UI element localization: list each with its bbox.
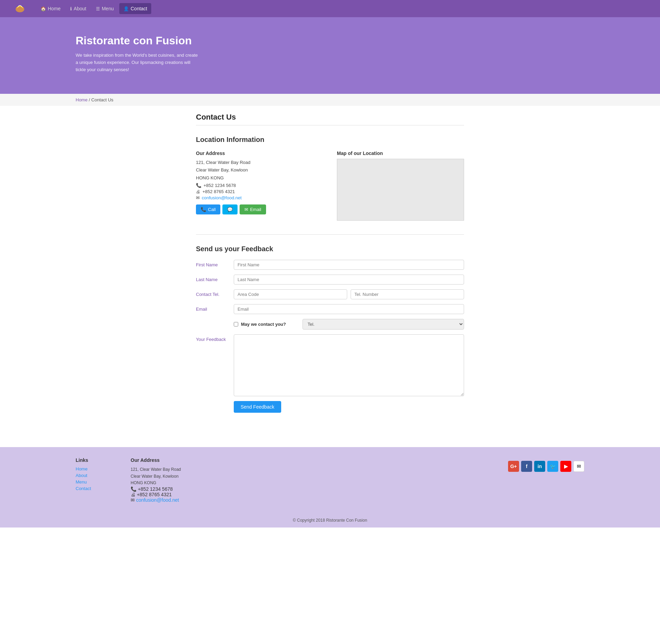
send-feedback-button[interactable]: Send Feedback bbox=[234, 401, 281, 413]
call-icon: 📞 bbox=[201, 207, 206, 212]
nav-item-about[interactable]: ℹAbout bbox=[66, 3, 90, 14]
firstname-input[interactable] bbox=[234, 260, 464, 270]
social-icons: G+ f in 🐦 ▶ ✉ bbox=[508, 461, 584, 472]
feedback-label: Your Feedback bbox=[196, 334, 234, 342]
footer-email-link[interactable]: confusion@food.net bbox=[136, 497, 179, 503]
footer-address-title: Our Address bbox=[131, 457, 347, 463]
lastname-group: Last Name bbox=[196, 275, 464, 285]
facebook-icon[interactable]: f bbox=[521, 461, 532, 472]
action-buttons: 📞 Call 💬 ✉ Email bbox=[196, 204, 323, 214]
skype-icon: 💬 bbox=[227, 207, 233, 212]
email-btn-icon: ✉ bbox=[244, 207, 248, 212]
map-title: Map of our Location bbox=[337, 151, 464, 156]
footer-links-title: Links bbox=[76, 457, 110, 463]
feedback-textarea-group: Your Feedback bbox=[196, 334, 464, 396]
breadcrumb-home[interactable]: Home bbox=[76, 97, 88, 102]
map-column: Map of our Location bbox=[337, 151, 464, 221]
footer-phone-icon: 📞 bbox=[131, 486, 136, 492]
footer-fax: +852 8765 4321 bbox=[137, 492, 172, 497]
tel-number-input[interactable] bbox=[351, 289, 464, 299]
lastname-input[interactable] bbox=[234, 275, 464, 285]
main-content: Contact Us Location Information Our Addr… bbox=[175, 106, 485, 440]
feedback-textarea[interactable] bbox=[234, 334, 464, 396]
nav-item-menu[interactable]: ☰Menu bbox=[92, 3, 118, 14]
fax-number: +852 8765 4321 bbox=[202, 189, 235, 194]
social-email-icon[interactable]: ✉ bbox=[573, 461, 584, 472]
footer-address-line3: HONG KONG bbox=[131, 480, 347, 486]
fax-icon: 🖨 bbox=[196, 189, 200, 194]
hero-section: Ristorante con Fusion We take inspiratio… bbox=[0, 17, 660, 94]
google-plus-icon[interactable]: G+ bbox=[508, 461, 519, 472]
navbar: 🏠Home ℹAbout ☰Menu 👤Contact bbox=[0, 0, 660, 17]
address-title: Our Address bbox=[196, 151, 323, 156]
skype-button[interactable]: 💬 bbox=[222, 204, 238, 214]
may-contact-label: May we contact you? bbox=[241, 322, 286, 327]
email-label: Email bbox=[196, 304, 234, 312]
menu-icon: ☰ bbox=[96, 6, 100, 11]
feedback-section: Send us your Feedback First Name Last Na… bbox=[196, 245, 464, 413]
tel-group: Contact Tel. bbox=[196, 289, 464, 299]
svg-point-0 bbox=[15, 6, 24, 12]
map-placeholder bbox=[337, 159, 464, 221]
footer-phone-row: 📞 +852 1234 5678 bbox=[131, 486, 347, 492]
firstname-label: First Name bbox=[196, 260, 234, 267]
footer-email-row: ✉ confusion@food.net bbox=[131, 497, 347, 503]
phone-number: +852 1234 5678 bbox=[204, 183, 236, 188]
footer-email-icon: ✉ bbox=[131, 497, 135, 503]
footer: Links Home About Menu Contact Our Addres… bbox=[0, 447, 660, 513]
hero-subtitle: We take inspiration from the World's bes… bbox=[76, 52, 199, 73]
feedback-title: Send us your Feedback bbox=[196, 245, 464, 253]
area-code-input[interactable] bbox=[234, 289, 347, 299]
nav-menu: 🏠Home ℹAbout ☰Menu 👤Contact bbox=[36, 3, 151, 14]
footer-links-section: Links Home About Menu Contact bbox=[76, 457, 110, 492]
footer-address-line1: 121, Clear Water Bay Road bbox=[131, 466, 347, 473]
footer-phone: +852 1234 5678 bbox=[138, 486, 173, 492]
youtube-icon[interactable]: ▶ bbox=[560, 461, 571, 472]
contact-checkbox-row: May we contact you? Tel. Email Both bbox=[234, 319, 464, 330]
footer-copyright: © Copyright 2018 Ristorante Con Fusion bbox=[0, 513, 660, 528]
footer-fax-icon: 🖨 bbox=[131, 492, 135, 497]
email-link[interactable]: confusion@food.net bbox=[202, 195, 242, 200]
page-title: Contact Us bbox=[196, 113, 464, 125]
address-line3: HONG KONG bbox=[196, 174, 323, 182]
tel-row bbox=[234, 289, 464, 299]
footer-fax-row: 🖨 +852 8765 4321 bbox=[131, 492, 347, 497]
footer-address-line2: Clear Water Bay, Kowloon bbox=[131, 473, 347, 480]
brand-logo[interactable] bbox=[14, 2, 26, 15]
address-line2: Clear Water Bay, Kowloon bbox=[196, 166, 323, 174]
firstname-group: First Name bbox=[196, 260, 464, 270]
email-input[interactable] bbox=[234, 304, 464, 314]
may-contact-checkbox[interactable] bbox=[234, 322, 238, 326]
location-section: Location Information Our Address 121, Cl… bbox=[196, 136, 464, 221]
email-row: ✉ confusion@food.net bbox=[196, 195, 323, 200]
phone-row: 📞 +852 1234 5678 bbox=[196, 183, 323, 188]
footer-link-contact[interactable]: Contact bbox=[76, 486, 110, 491]
footer-link-about[interactable]: About bbox=[76, 473, 110, 478]
footer-address-section: Our Address 121, Clear Water Bay Road Cl… bbox=[131, 457, 347, 503]
twitter-icon[interactable]: 🐦 bbox=[547, 461, 558, 472]
footer-link-menu[interactable]: Menu bbox=[76, 479, 110, 485]
nav-item-home[interactable]: 🏠Home bbox=[36, 3, 65, 14]
linkedin-icon[interactable]: in bbox=[534, 461, 545, 472]
divider bbox=[196, 234, 464, 235]
email-button[interactable]: ✉ Email bbox=[240, 204, 266, 214]
call-button[interactable]: 📞 Call bbox=[196, 204, 220, 214]
lastname-label: Last Name bbox=[196, 275, 234, 282]
nav-item-contact[interactable]: 👤Contact bbox=[119, 3, 151, 14]
fax-row: 🖨 +852 8765 4321 bbox=[196, 189, 323, 194]
address-line1: 121, Clear Water Bay Road bbox=[196, 159, 323, 166]
hero-title: Ristorante con Fusion bbox=[76, 34, 584, 47]
breadcrumb: Home / Contact Us bbox=[0, 94, 660, 106]
footer-social-section: G+ f in 🐦 ▶ ✉ bbox=[368, 457, 584, 472]
contact-icon: 👤 bbox=[123, 6, 129, 11]
contact-method-select[interactable]: Tel. Email Both bbox=[302, 319, 464, 330]
footer-link-home[interactable]: Home bbox=[76, 466, 110, 471]
tel-label: Contact Tel. bbox=[196, 289, 234, 297]
email-group: Email bbox=[196, 304, 464, 314]
location-title: Location Information bbox=[196, 136, 464, 144]
breadcrumb-current: Contact Us bbox=[91, 97, 113, 102]
address-column: Our Address 121, Clear Water Bay Road Cl… bbox=[196, 151, 323, 221]
home-icon: 🏠 bbox=[41, 6, 46, 11]
email-icon: ✉ bbox=[196, 195, 200, 200]
location-grid: Our Address 121, Clear Water Bay Road Cl… bbox=[196, 151, 464, 221]
